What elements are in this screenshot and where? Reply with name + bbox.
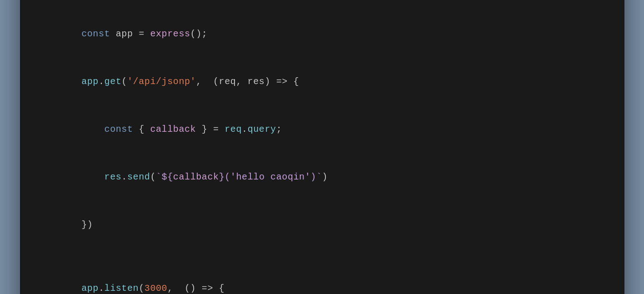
code-line-const-app: const app = express(); — [47, 10, 597, 58]
code-line-close-get: }) — [47, 201, 597, 249]
code-line-app-listen: app.listen(3000, () => { — [47, 264, 597, 294]
code-window: // 后端实现 import express from 'express' co… — [20, 0, 624, 294]
code-line-callback: const { callback } = req.query; — [47, 105, 597, 153]
code-line-res-send: res.send(`${callback}('hello caoqin')`) — [47, 153, 597, 201]
code-line-app-get: app.get('/api/jsonp', (req, res) => { — [47, 58, 597, 105]
empty-line-1 — [47, 0, 597, 10]
empty-line-2 — [47, 249, 597, 264]
code-editor: // 后端实现 import express from 'express' co… — [20, 0, 624, 294]
